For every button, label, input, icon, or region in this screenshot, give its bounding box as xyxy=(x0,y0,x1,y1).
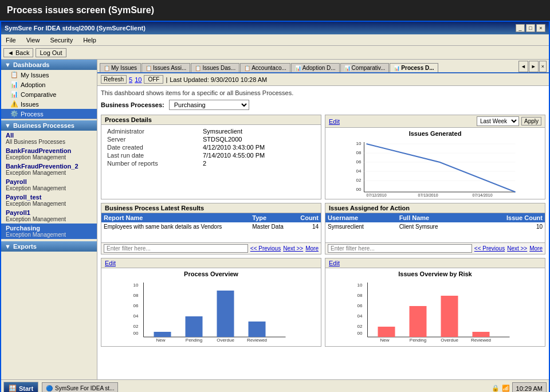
tab-accountaco[interactable]: 📋 Accountaco... xyxy=(240,63,290,72)
assigned-count: 10 xyxy=(473,222,545,231)
svg-text:06: 06 xyxy=(133,303,139,308)
sidebar-item-process[interactable]: ⚙️ Process xyxy=(1,109,97,119)
maximize-button[interactable]: □ xyxy=(526,24,535,32)
menu-bar: File View Security Help xyxy=(1,34,549,46)
systray: 🔒 📶 10:29 AM xyxy=(492,382,547,393)
tab-icon-my-issues: 📋 xyxy=(104,65,110,71)
tab-my-issues[interactable]: 📋 My Issues xyxy=(100,63,141,72)
close-button[interactable]: × xyxy=(536,24,545,32)
table-row: Administrator Symsureclient xyxy=(105,127,317,135)
tab-adoption[interactable]: 📊 Adoption D... xyxy=(291,63,340,72)
taskbar-item-symsure[interactable]: 🔵 SymSure For IDEA st... xyxy=(42,382,118,393)
top-panels: Process Details Administrator Symsurecli… xyxy=(101,115,545,199)
menu-security[interactable]: Security xyxy=(48,36,75,44)
issues-line-chart: 10 08 06 04 02 00 xyxy=(329,139,541,197)
sidebar-item-issues[interactable]: ⚠️ Issues xyxy=(1,99,97,109)
svg-text:04: 04 xyxy=(356,168,362,174)
sidebar-bp-bankfraud[interactable]: BankFraudPrevention Exception Management xyxy=(1,146,97,162)
process-icon: ⚙️ xyxy=(10,110,18,117)
start-button[interactable]: 🪟 Start xyxy=(3,382,38,393)
svg-rect-26 xyxy=(186,316,203,337)
tab-issues-assigned[interactable]: 📋 Issues Assi... xyxy=(142,63,190,72)
dashboards-header: ▼ Dashboards xyxy=(1,60,97,70)
taskbar: 🔵 SymSure For IDEA st... xyxy=(38,382,491,393)
issues-generated-edit-link[interactable]: Edit xyxy=(329,118,340,125)
svg-text:02: 02 xyxy=(356,178,362,183)
sidebar-bp-bankfraud2[interactable]: BankFraudPrevention_2 Exception Manageme… xyxy=(1,162,97,177)
logout-button[interactable]: Log Out xyxy=(36,48,66,57)
tab-issues-dashboard[interactable]: 📋 Issues Das... xyxy=(191,63,239,72)
latest-filter-input[interactable] xyxy=(104,244,248,253)
sidebar-bp-all[interactable]: All All Business Processes xyxy=(1,131,97,146)
tab-close[interactable]: × xyxy=(539,61,547,72)
sidebar: ▼ Dashboards 📋 My Issues 📊 Adoption 📊 Co… xyxy=(1,60,97,379)
tab-process[interactable]: 📊 Process D... xyxy=(390,63,438,73)
exports-collapse-icon: ▼ xyxy=(5,243,11,250)
menu-view[interactable]: View xyxy=(24,36,42,44)
next-link[interactable]: Next >> xyxy=(283,245,303,252)
sidebar-bp-purchasing[interactable]: Purchasing Exception Management xyxy=(1,224,97,239)
svg-text:10: 10 xyxy=(133,283,139,288)
svg-text:00: 00 xyxy=(133,331,139,336)
refresh-10[interactable]: 10 xyxy=(135,76,142,83)
period-select[interactable]: Last Week Last Month xyxy=(477,116,519,126)
tab-nav-prev[interactable]: ◄ xyxy=(518,61,528,72)
clock: 10:29 AM xyxy=(512,382,547,393)
sidebar-bp-payroll1[interactable]: Payroll1 Exception Management xyxy=(1,208,97,224)
assigned-next-link[interactable]: Next >> xyxy=(507,245,527,252)
menu-help[interactable]: Help xyxy=(81,36,99,44)
latest-results-table: Report Name Type Count Employees with sa… xyxy=(101,213,321,231)
sidebar-item-comparative[interactable]: 📊 Comparative xyxy=(1,89,97,99)
latest-results-panel: Business Process Latest Results Report N… xyxy=(101,203,321,254)
assigned-prev-link[interactable]: << Previous xyxy=(474,245,505,252)
process-overview-panel: Edit Process Overview 10 08 06 04 02 xyxy=(101,258,321,347)
bp-collapse-icon: ▼ xyxy=(5,122,11,129)
svg-text:Pending: Pending xyxy=(186,338,202,343)
systray-icon1: 🔒 xyxy=(492,385,500,392)
issues-risk-header: Edit xyxy=(325,258,545,268)
process-overview-header: Edit xyxy=(101,258,321,268)
apply-button[interactable]: Apply xyxy=(521,117,541,126)
tab-comparative[interactable]: 📊 Comparativ... xyxy=(340,63,390,72)
svg-text:New: New xyxy=(156,338,165,343)
result-name: Employees with same bank details as Vend… xyxy=(101,222,250,231)
off-button[interactable]: OFF xyxy=(144,75,163,84)
prev-link[interactable]: << Previous xyxy=(250,245,281,252)
bp-header: ▼ Business Processes xyxy=(1,120,97,131)
menu-file[interactable]: File xyxy=(3,36,18,44)
issues-assigned-filter-row: << Previous Next >> More xyxy=(325,242,545,254)
chart-title-issues: Issues Generated xyxy=(329,130,541,137)
issues-risk-edit-link[interactable]: Edit xyxy=(329,260,340,266)
assigned-more-link[interactable]: More xyxy=(529,245,543,252)
field-label: Administrator xyxy=(105,127,201,135)
tab-icon-comparative: 📊 xyxy=(344,65,351,71)
col-type: Type xyxy=(250,213,293,222)
tab-icon-accountaco: 📋 xyxy=(244,65,250,71)
process-overview-edit-link[interactable]: Edit xyxy=(105,260,116,266)
assigned-filter-input[interactable] xyxy=(328,244,472,253)
issues-assigned-header: Issues Assigned for Action xyxy=(325,203,545,213)
issues-risk-body: Issues Overview by Risk 10 08 06 04 02 0… xyxy=(325,268,545,346)
result-type: Master Data xyxy=(250,222,293,231)
table-row: Last run date 7/14/2010 4:55:00 PM xyxy=(105,151,317,159)
more-link[interactable]: More xyxy=(305,245,319,252)
back-button[interactable]: ◄ Back xyxy=(3,48,33,57)
col-issue-count: Issue Count xyxy=(473,213,545,222)
bp-all-sub: All Business Processes xyxy=(6,139,95,145)
bp-select[interactable]: Purchasing xyxy=(169,100,249,110)
svg-text:Reviewed: Reviewed xyxy=(247,338,267,343)
sidebar-item-adoption[interactable]: 📊 Adoption xyxy=(1,80,97,89)
chart-controls: Last Week Last Month Apply xyxy=(477,116,541,126)
sidebar-bp-payroll-test[interactable]: Payroll_test Exception Management xyxy=(1,193,97,208)
sidebar-bp-payroll[interactable]: Payroll Exception Management xyxy=(1,177,97,193)
minimize-button[interactable]: _ xyxy=(516,24,525,32)
issues-icon: ⚠️ xyxy=(10,100,18,108)
refresh-5[interactable]: 5 xyxy=(129,76,132,83)
refresh-button[interactable]: Refresh xyxy=(101,75,127,84)
sidebar-item-my-issues[interactable]: 📋 My Issues xyxy=(1,70,97,80)
issues-generated-header: Edit Last Week Last Month Apply xyxy=(325,115,545,128)
application-window: SymSure For IDEA stdsql2000 (SymSureClie… xyxy=(0,21,550,392)
tab-nav-next[interactable]: ► xyxy=(529,61,539,72)
table-row: Server STDSQL2000 xyxy=(105,135,317,143)
svg-text:Reviewed: Reviewed xyxy=(471,338,491,343)
